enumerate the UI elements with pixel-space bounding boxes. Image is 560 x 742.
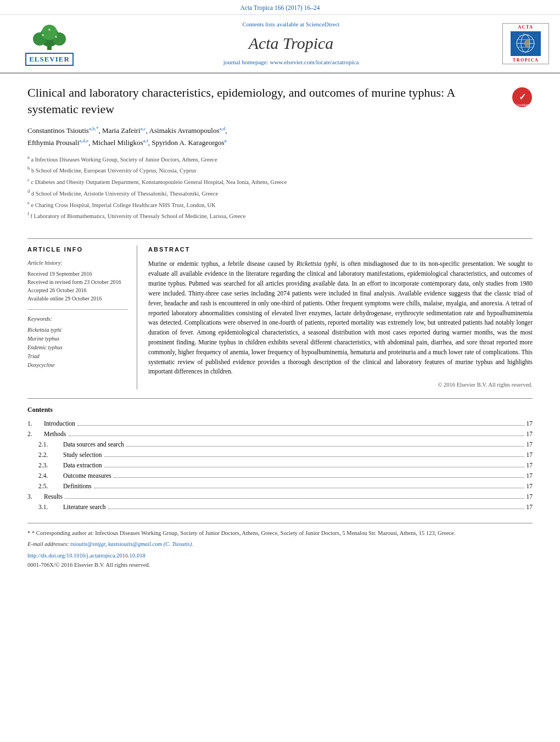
journal-homepage-line: journal homepage: www.elsevier.com/locat… (88, 58, 494, 66)
abstract-column: ABSTRACT Murine or endemic typhus, a feb… (148, 246, 533, 389)
email-suffix: (C. Tsioutis). (164, 541, 193, 547)
article-history: Article history: Received 19 September 2… (27, 259, 128, 303)
contents-page-2-1: 17 (527, 440, 533, 449)
email1-link[interactable]: tsioutis@snijgr (70, 541, 105, 547)
acta-globe-icon (511, 31, 541, 56)
contents-label-3-1[interactable]: Literature search (63, 503, 106, 511)
contents-label-3[interactable]: Results (44, 492, 63, 501)
contents-item-3: 3. Results 17 (27, 492, 533, 501)
authors-line: Constantinos Tsioutisa,b,*, Maria Zafeir… (27, 125, 506, 149)
elsevier-label: ELSEVIER (25, 53, 74, 66)
email2-link[interactable]: kastsiouits@gmail.com (108, 541, 162, 547)
contents-page-3-1: 17 (527, 503, 533, 511)
contents-item-2-4: 2.4. Outcome measures 17 (27, 471, 533, 480)
elsevier-tree-icon (27, 21, 71, 52)
contents-item-2: 2. Methods 17 (27, 429, 533, 438)
journal-name: Acta Tropica (88, 32, 494, 55)
issn-line: 0001-706X/© 2016 Elsevier B.V. All right… (27, 561, 533, 570)
article-title-section: Clinical and laboratory characteristics,… (27, 85, 533, 230)
contents-label-2[interactable]: Methods (44, 429, 66, 438)
affil-b: b b School of Medicine, European Univers… (27, 165, 506, 175)
contents-label-2-5[interactable]: Definitions (63, 482, 92, 490)
contents-available-line: Contents lists available at ScienceDirec… (88, 20, 494, 29)
main-content: Clinical and laboratory characteristics,… (0, 74, 560, 581)
contents-label-2-2[interactable]: Study selection (63, 450, 102, 459)
keywords-section: Keywords: Rickettsia typhi Murine typhus… (27, 315, 128, 370)
journal-center: Contents lists available at ScienceDirec… (88, 20, 494, 67)
contents-page-1: 17 (527, 419, 533, 428)
svg-point-7 (48, 29, 51, 31)
contents-page-2-4: 17 (527, 471, 533, 480)
homepage-text: journal homepage: (223, 59, 268, 65)
elsevier-logo-area: ELSEVIER (11, 21, 88, 66)
contents-num-2-3: 2.3. (38, 461, 63, 470)
contents-page-3: 17 (527, 492, 533, 501)
keyword-1: Rickettsia typhi (27, 326, 128, 334)
dots-3 (65, 492, 524, 499)
contents-label-2-4[interactable]: Outcome measures (63, 471, 111, 480)
abstract-label: ABSTRACT (148, 246, 533, 254)
acta-tropica-box: ACTA TROPICA (502, 23, 549, 64)
contents-num-2-4: 2.4. (38, 471, 63, 480)
acta-label2: TROPICA (513, 57, 539, 63)
affil-f: f f Laboratory of Biomathematics, Univer… (27, 210, 506, 221)
affil-c: c c Diabetes and Obesity Outpatient Depa… (27, 176, 506, 187)
keyword-3: Endemic typhus (27, 343, 128, 352)
history-title: Article history: (27, 259, 128, 267)
svg-point-14 (524, 40, 530, 47)
keyword-4: Triad (27, 352, 128, 361)
dots-2 (68, 429, 524, 436)
dots-2-4 (114, 471, 524, 478)
contents-page-2-5: 17 (527, 482, 533, 490)
divider (27, 309, 128, 310)
corresponding-author-note: * * Corresponding author at: Infectious … (27, 529, 533, 538)
contents-item-1: 1. Introduction 17 (27, 419, 533, 428)
dots-2-5 (94, 482, 524, 488)
contents-page-2-3: 17 (527, 461, 533, 470)
contents-num-1: 1. (27, 419, 44, 428)
contents-text: Contents lists available at (242, 21, 304, 27)
dots-1 (77, 419, 524, 426)
dots-2-2 (104, 450, 524, 457)
abstract-text: Murine or endemic typhus, a febrile dise… (148, 259, 533, 377)
keywords-label: Keywords: (27, 315, 128, 323)
footnote-star-text: * Corresponding author at: Infectious Di… (32, 530, 455, 536)
affil-e: e e Charing Cross Hospital, Imperial Col… (27, 199, 506, 210)
contents-label-1[interactable]: Introduction (44, 419, 75, 428)
contents-item-2-1: 2.1. Data sources and search 17 (27, 440, 533, 449)
affil-d: d d School of Medicine, Aristotle Univer… (27, 188, 506, 198)
contents-num-2-2: 2.2. (38, 450, 63, 459)
contents-title: Contents (27, 405, 533, 415)
contents-label-2-3[interactable]: Data extraction (63, 461, 102, 470)
contents-num-2-1: 2.1. (38, 440, 63, 449)
history-online: Available online 29 October 2016 (27, 294, 128, 303)
dots-2-3 (104, 461, 524, 467)
article-info-abstract-section: ARTICLE INFO Article history: Received 1… (27, 238, 533, 389)
contents-item-2-2: 2.2. Study selection 17 (27, 450, 533, 459)
contents-item-3-1: 3.1. Literature search 17 (27, 503, 533, 511)
homepage-link[interactable]: www.elsevier.com/locate/actatropica (270, 59, 359, 65)
acta-tropica-logo-area: ACTA TROPICA (494, 23, 549, 64)
dots-3-1 (108, 503, 524, 509)
doi-link[interactable]: http://dx.doi.org/10.1016/j.actatropica.… (27, 552, 533, 560)
contents-page-2: 17 (527, 429, 533, 438)
contents-num-3: 3. (27, 492, 44, 501)
sciencedirect-link[interactable]: ScienceDirect (306, 21, 340, 27)
article-info-label: ARTICLE INFO (27, 246, 128, 254)
affil-a: a a Infectious Diseases Working Group, S… (27, 154, 506, 164)
article-title: Clinical and laboratory characteristics,… (27, 85, 506, 117)
svg-point-6 (55, 36, 57, 38)
copyright-notice: © 2016 Elsevier B.V. All rights reserved… (148, 381, 533, 389)
article-info-column: ARTICLE INFO Article history: Received 1… (27, 246, 137, 389)
affiliations: a a Infectious Diseases Working Group, S… (27, 154, 506, 221)
history-received: Received 19 September 2016 (27, 270, 128, 278)
footer-notes: * * Corresponding author at: Infectious … (27, 523, 533, 570)
contents-num-2-5: 2.5. (38, 482, 63, 490)
crossmark-icon[interactable]: ✓ CrossMark (512, 87, 533, 108)
history-accepted: Accepted 26 October 2016 (27, 286, 128, 294)
contents-page-2-2: 17 (527, 450, 533, 459)
keyword-5: Doxycycline (27, 361, 128, 370)
contents-num-2: 2. (27, 429, 44, 438)
acta-label1: ACTA (518, 24, 533, 30)
contents-label-2-1[interactable]: Data sources and search (63, 440, 124, 449)
